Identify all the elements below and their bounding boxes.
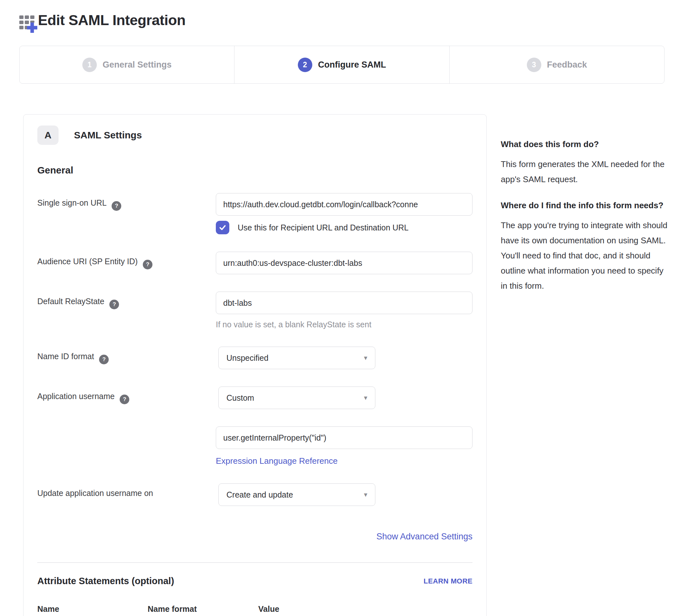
sidebar-body-what: This form generates the XML needed for t… [501,157,669,187]
chevron-down-icon: ▾ [364,394,367,402]
relay-state-label: Default RelayState [37,297,104,306]
chevron-down-icon: ▾ [364,491,367,499]
help-sidebar: What does this form do? This form genera… [501,114,669,306]
name-id-format-row: Name ID format? Unspecified ▾ [37,347,473,369]
step-label: Configure SAML [318,60,386,70]
attribute-statements-header: Attribute Statements (optional) LEARN MO… [37,576,473,587]
page-title: Edit SAML Integration [38,8,186,32]
sidebar-heading-where: Where do I find the info this form needs… [501,199,669,212]
recipient-url-checkbox-row: Use this for Recipient URL and Destinati… [216,221,473,234]
update-username-label: Update application username on [37,488,153,498]
saml-settings-panel: A SAML Settings General Single sign-on U… [23,114,487,616]
step-label: Feedback [547,60,587,70]
step-number-badge: 3 [527,58,541,72]
sidebar-heading-what: What does this form do? [501,138,669,150]
sso-url-row: Single sign-on URL? Use this for Recipie… [37,193,473,234]
show-advanced-settings-link[interactable]: Show Advanced Settings [376,532,473,541]
application-username-select[interactable]: Custom ▾ [219,387,375,409]
learn-more-link[interactable]: LEARN MORE [423,577,473,586]
step-label: General Settings [102,60,172,70]
sso-url-input[interactable] [216,193,473,216]
relay-state-row: Default RelayState? If no value is set, … [37,292,473,329]
panel-title: SAML Settings [74,130,142,141]
sidebar-body-where: The app you're trying to integrate with … [501,218,669,293]
application-username-row: Application username? Custom ▾ [37,387,473,409]
relay-state-input[interactable] [216,292,473,314]
name-id-format-value: Unspecified [226,353,269,363]
sso-url-help-icon[interactable]: ? [112,201,121,211]
audience-uri-input[interactable] [216,252,473,274]
relay-state-hint: If no value is set, a blank RelayState i… [216,320,473,329]
application-username-label: Application username [37,392,114,401]
step-number-badge: 1 [82,58,97,72]
page-header: Edit SAML Integration [0,0,687,35]
application-username-help-icon[interactable]: ? [120,395,129,404]
panel-header: A SAML Settings [37,126,473,145]
check-icon [219,223,227,232]
use-for-recipient-checkbox[interactable] [216,221,229,234]
update-username-value: Create and update [226,490,293,500]
step-feedback[interactable]: 3 Feedback [449,46,664,83]
app-grid-plus-icon [19,11,37,35]
use-for-recipient-checkbox-label: Use this for Recipient URL and Destinati… [238,223,409,233]
column-header-value: Value [258,604,473,614]
update-username-select[interactable]: Create and update ▾ [219,483,375,506]
name-id-format-help-icon[interactable]: ? [99,355,109,364]
update-username-row: Update application username on Create an… [37,483,473,506]
attribute-table-header: Name Name format Value [37,604,473,614]
column-header-name-format: Name format [147,604,258,614]
column-header-name: Name [37,604,147,614]
section-badge: A [37,126,59,145]
audience-uri-label: Audience URI (SP Entity ID) [37,257,138,266]
expression-language-link[interactable]: Expression Language Reference [216,456,338,466]
audience-uri-help-icon[interactable]: ? [143,260,153,269]
attribute-statements-title: Attribute Statements (optional) [37,576,174,587]
name-id-format-select[interactable]: Unspecified ▾ [219,347,375,369]
custom-expression-input[interactable] [216,426,473,449]
step-configure-saml[interactable]: 2 Configure SAML [234,46,449,83]
application-username-value: Custom [226,393,254,403]
audience-uri-row: Audience URI (SP Entity ID)? [37,252,473,274]
custom-expression-row: Expression Language Reference [37,426,473,466]
general-section-title: General [37,165,473,176]
relay-state-help-icon[interactable]: ? [109,300,119,309]
chevron-down-icon: ▾ [364,354,367,362]
wizard-stepper: 1 General Settings 2 Configure SAML 3 Fe… [19,46,664,84]
step-number-badge: 2 [298,58,312,72]
step-general-settings[interactable]: 1 General Settings [20,46,234,83]
sso-url-label: Single sign-on URL [37,198,107,207]
name-id-format-label: Name ID format [37,352,94,361]
section-divider [37,562,473,563]
